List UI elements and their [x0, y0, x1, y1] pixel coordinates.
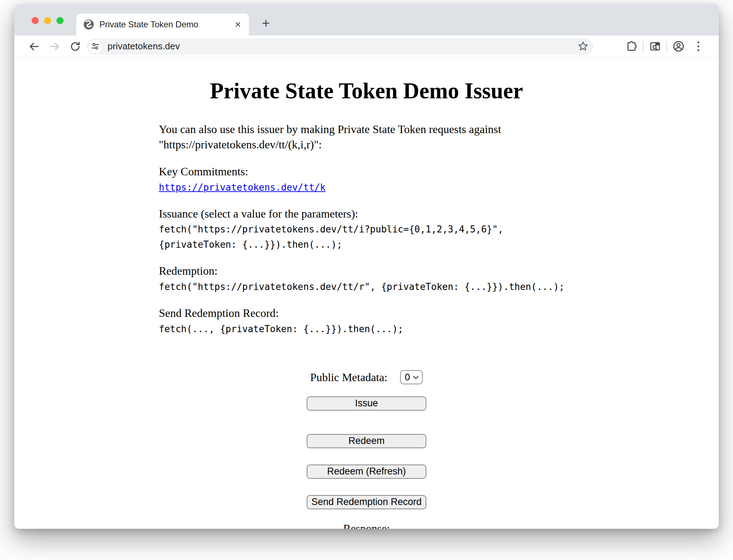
back-button[interactable]: [26, 39, 42, 54]
page-title: Private State Token Demo Issuer: [14, 78, 719, 104]
extensions-icon[interactable]: [624, 39, 639, 54]
issuance-section: Issuance (select a value for the paramet…: [159, 206, 574, 252]
issue-button[interactable]: Issue: [307, 396, 426, 411]
public-metadata-select[interactable]: 0: [400, 370, 423, 384]
tab-close-icon[interactable]: ×: [233, 19, 243, 30]
chevron-down-icon: [413, 375, 419, 379]
close-window-button[interactable]: [32, 17, 39, 24]
minimize-window-button[interactable]: [44, 17, 51, 24]
key-commitments-label: Key Commitments:: [159, 165, 248, 178]
public-metadata-value: 0: [405, 371, 410, 384]
menu-kebab-icon[interactable]: [690, 42, 706, 51]
redemption-section: Redemption: fetch("https://privatetokens…: [159, 263, 574, 294]
profile-icon[interactable]: [671, 39, 686, 54]
browser-window: Private State Token Demo × +: [14, 4, 719, 529]
toolbar-divider: [643, 41, 644, 52]
key-commitments-link[interactable]: https://privatetokens.dev/tt/k: [159, 182, 326, 193]
browser-toolbar: privatetokens.dev: [14, 35, 719, 57]
redeem-refresh-button[interactable]: Redeem (Refresh): [307, 465, 426, 479]
redeem-button[interactable]: Redeem: [307, 434, 426, 448]
tab-strip: Private State Token Demo × +: [14, 4, 719, 35]
send-redemption-record-section: Send Redemption Record: fetch(..., {priv…: [159, 306, 574, 336]
controls-section: Public Metadata: 0 Issue Redeem Redeem (…: [159, 370, 574, 529]
forward-button[interactable]: [47, 39, 62, 54]
redemption-label: Redemption:: [159, 264, 218, 277]
send-redemption-record-button[interactable]: Send Redemption Record: [307, 495, 426, 509]
globe-favicon-icon: [83, 19, 94, 30]
zoom-window-button[interactable]: [56, 17, 64, 24]
side-panel-search-icon[interactable]: [647, 39, 663, 54]
reload-button[interactable]: [67, 39, 83, 54]
key-commitments-section: Key Commitments: https://privatetokens.d…: [159, 164, 574, 194]
redemption-code: fetch("https://privatetokens.dev/tt/r", …: [159, 281, 565, 292]
response-label: Response:: [159, 521, 574, 529]
toolbar-divider: [666, 41, 667, 52]
intro-text: You can also use this issuer by making P…: [159, 122, 574, 152]
issuance-code: fetch("https://privatetokens.dev/tt/i?pu…: [159, 224, 504, 250]
public-metadata-label: Public Metadata:: [310, 370, 388, 385]
page-content: Private State Token Demo Issuer You can …: [14, 57, 719, 529]
site-settings-icon[interactable]: [88, 40, 102, 53]
new-tab-button[interactable]: +: [257, 15, 274, 32]
bookmark-star-icon[interactable]: [576, 39, 590, 54]
url-text[interactable]: privatetokens.dev: [108, 41, 576, 52]
browser-tab[interactable]: Private State Token Demo ×: [76, 13, 249, 35]
send-redemption-record-label: Send Redemption Record:: [159, 307, 279, 319]
tab-title: Private State Token Demo: [99, 20, 233, 29]
address-bar[interactable]: privatetokens.dev: [87, 38, 593, 55]
window-controls: [32, 17, 64, 24]
issuance-label: Issuance (select a value for the paramet…: [159, 207, 358, 220]
send-redemption-record-code: fetch(..., {privateToken: {...}}).then(.…: [159, 324, 404, 334]
